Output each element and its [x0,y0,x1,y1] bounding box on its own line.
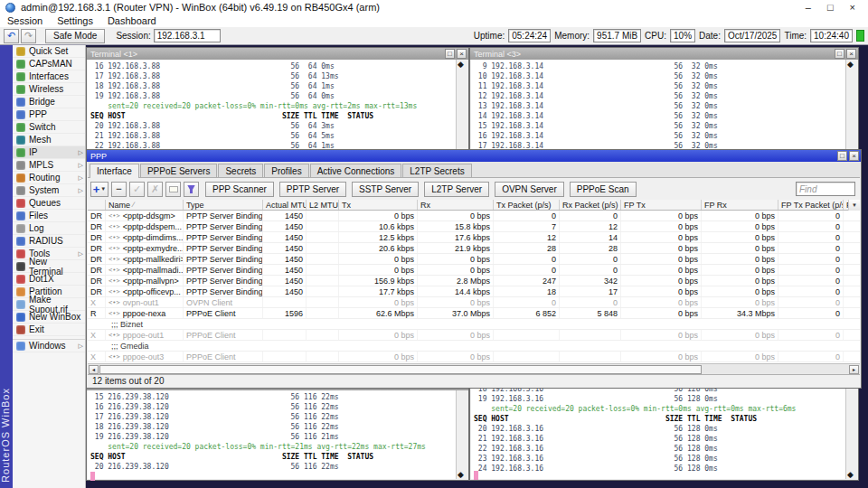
table-row[interactable]: R<•>pppoe-nexaPPPoE Client159662.6 Mbps3… [88,308,860,319]
table-row[interactable]: DR<•><pptp-ddspem...PPTP Server Binding1… [88,221,860,232]
sidebar-item-switch[interactable]: Switch [13,121,85,134]
sidebar-item-interfaces[interactable]: Interfaces [13,70,85,83]
safe-mode-button[interactable]: Safe Mode [45,29,105,43]
sidebar-item-new-winbox[interactable]: New WinBox [13,311,85,324]
terminal-bottom-right-output[interactable]: 18 192.168.3.16 56 128 0ms 19 192.168.3.… [471,382,845,479]
ppp-horizontal-scrollbar[interactable]: ◂ ▸ [88,363,860,374]
sidebar-item-mpls[interactable]: MPLS▷ [13,159,85,172]
redo-button[interactable]: ↷ [21,29,36,43]
table-row[interactable]: X<•>pppoe-out3PPPoE Client0 bps0 bps0 bp… [88,352,860,362]
pptp-server-button[interactable]: PPTP Server [279,182,346,197]
terminal-1-scrollbar[interactable]: ◆ [456,60,467,150]
terminal-3-titlebar[interactable]: Terminal <3> □ × [470,48,858,60]
sidebar-item-new-terminal[interactable]: New Terminal [13,260,85,273]
l2tp-server-button[interactable]: L2TP Server [424,182,489,197]
sidebar-item-files[interactable]: Files [13,210,85,222]
add-button[interactable]: +▼ [90,182,108,197]
undo-button[interactable]: ↶ [4,29,19,43]
terminal-3-scrollbar[interactable]: ◆ [845,60,857,150]
comment-button[interactable] [165,182,181,197]
sidebar-item-radius[interactable]: RADIUS [13,235,85,248]
ppp-scanner-button[interactable]: PPP Scanner [205,182,274,197]
column-header-actual-mtu[interactable]: Actual MTU [263,200,307,210]
menu-dashboard[interactable]: Dashboard [108,15,156,26]
remove-button[interactable]: − [111,182,127,197]
scroll-left-icon[interactable]: ◂ [89,365,99,374]
menu-settings[interactable]: Settings [57,15,93,26]
sidebar-item-windows[interactable]: Windows▷ [13,340,85,352]
tab-profiles[interactable]: Profiles [264,164,308,177]
terminal-3-output[interactable]: 9 192.168.3.14 56 32 0ms 10 192.168.3.14… [471,60,845,150]
sidebar-item-queues[interactable]: Queues [13,197,85,210]
close-icon[interactable]: × [846,49,856,59]
minimize-icon[interactable]: – [806,2,811,13]
table-row[interactable]: DR<•><pptp-mallvpn>PPTP Server Binding14… [88,276,860,286]
sidebar-item-capsman[interactable]: CAPsMAN [13,58,85,70]
sidebar-item-wireless[interactable]: Wireless [13,83,85,96]
table-row[interactable]: DR<•><pptp-ddsgm>PPTP Server Binding1450… [88,211,860,221]
disable-button[interactable]: ✗ [147,182,163,197]
tab-interface[interactable]: Interface [90,164,139,178]
column-header-name[interactable]: Name∕ [106,200,184,210]
scroll-thumb[interactable] [99,365,702,374]
table-row[interactable]: DR<•><pptp-dimdims...PPTP Server Binding… [88,232,860,243]
filter-button[interactable] [184,182,199,197]
close-icon[interactable]: × [849,151,859,161]
ppp-titlebar[interactable]: PPP □ × [87,150,861,162]
restore-icon[interactable]: □ [837,151,847,161]
sidebar-item-log[interactable]: Log [13,222,85,235]
column-header-l2-mtu[interactable]: L2 MTU [307,200,339,210]
table-row[interactable]: DR<•><pptp-officevp...PPTP Server Bindin… [88,286,860,297]
column-header-tx-packet-p-s-[interactable]: Tx Packet (p/s) [494,200,560,210]
ovpn-server-button[interactable]: OVPN Server [495,182,564,197]
terminal-bottom-right-scrollbar[interactable]: ◆ [845,382,857,479]
session-input[interactable]: 192.168.3.1 [154,29,221,42]
menu-session[interactable]: Session [7,15,42,26]
column-header-flags[interactable] [88,200,106,210]
sidebar-item-mesh[interactable]: Mesh [13,134,85,146]
close-icon[interactable]: × [850,2,855,13]
sidebar-item-exit[interactable]: Exit [13,324,85,336]
tab-secrets[interactable]: Secrets [218,164,263,177]
scroll-thumb-icon[interactable]: ◆ [847,470,854,479]
sidebar-item-routing[interactable]: Routing▷ [13,172,85,184]
scroll-right-icon[interactable]: ▸ [849,365,859,374]
column-header-fp-tx-packet-p-s-[interactable]: FP Tx Packet (p/s) [778,200,844,210]
terminal-1-output[interactable]: 16 192.168.3.88 56 64 0ms 17 192.168.3.8… [88,60,456,150]
scroll-thumb-icon[interactable]: ◆ [458,470,464,479]
enable-button[interactable]: ✓ [129,182,145,197]
terminal-bottom-left-scrollbar[interactable]: ◆ [456,390,467,479]
sidebar-item-ip[interactable]: IP▷ [13,146,85,159]
tab-pppoe-servers[interactable]: PPPoE Servers [140,164,217,177]
sidebar-item-system[interactable]: System▷ [13,184,85,197]
column-header-tx[interactable]: Tx [339,200,418,210]
column-header-fp-rx[interactable]: FP Rx [702,200,778,210]
column-header-rx[interactable]: Rx [418,200,494,210]
restore-icon[interactable]: □ [835,49,844,59]
column-header-rx-packet-p-s-[interactable]: Rx Packet (p/s) [560,200,621,210]
sidebar-item-ppp[interactable]: PPP [13,108,85,121]
sstp-server-button[interactable]: SSTP Server [352,182,419,197]
tab-l2tp-secrets[interactable]: L2TP Secrets [402,164,471,177]
table-comment-row[interactable]: ;;; Gmedia [88,341,860,352]
maximize-icon[interactable]: □ [827,2,834,13]
table-row[interactable]: DR<•><pptp-exmydre...PPTP Server Binding… [88,243,860,254]
table-row[interactable]: X<•>pppoe-out1PPPoE Client0 bps0 bps0 bp… [88,330,860,341]
table-comment-row[interactable]: ;;; Biznet [88,319,860,330]
terminal-1-titlebar[interactable]: Terminal <1> □ × [87,48,468,60]
scroll-thumb-icon[interactable]: ◆ [458,60,464,69]
column-header-type[interactable]: Type [184,200,263,210]
sidebar-item-make-supout-rif[interactable]: Make Supout.rif [13,298,85,311]
tab-active-connections[interactable]: Active Connections [310,164,402,177]
sidebar-item-bridge[interactable]: Bridge [13,96,85,108]
column-chooser-button[interactable]: ▼ [848,200,860,211]
scroll-thumb-icon[interactable]: ◆ [847,60,854,69]
sidebar-item-quick-set[interactable]: Quick Set [13,45,85,58]
find-input[interactable] [796,182,855,196]
restore-icon[interactable]: □ [445,49,455,59]
close-icon[interactable]: × [457,49,467,59]
terminal-bottom-left-output[interactable]: 15 216.239.38.120 56 116 22ms 16 216.239… [88,390,456,479]
table-row[interactable]: DR<•><pptp-mallkediri>PPTP Server Bindin… [88,254,860,265]
column-header-fp-tx[interactable]: FP Tx [621,200,702,210]
table-row[interactable]: X<•>ovpn-out1OVPN Client0 bps0 bps000 bp… [88,297,860,308]
